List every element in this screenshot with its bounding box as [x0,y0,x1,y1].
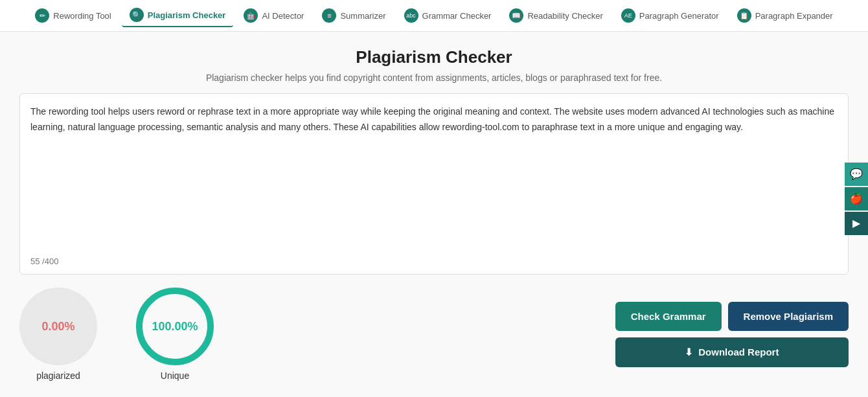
paragraph-generator-icon: AE [621,8,635,23]
plagiarized-stat: 0.00% plagiarized [19,288,97,381]
apple-icon: 🍎 [850,192,863,205]
readability-checker-icon: 📖 [509,8,523,23]
page-title: Plagiarism Checker [13,47,855,67]
play-side-icon[interactable]: ▶ [845,212,868,235]
buttons-area: Check Grammar Remove Plagiarism ⬇ Downlo… [615,302,849,367]
nav-label-summarizer: Summarizer [340,11,385,21]
chat-side-icon[interactable]: 💬 [845,163,868,186]
page-subtitle: Plagiarism checker helps you find copyri… [13,73,855,83]
plagiarism-checker-icon: 🔍 [130,8,144,22]
ai-detector-icon: 🤖 [244,8,258,23]
unique-stat: 100.00% Unique [136,288,214,381]
plagiarized-label: plagiarized [36,370,80,381]
word-count-value: 55 [30,256,40,266]
plagiarized-circle: 0.00% [19,288,97,365]
summarizer-icon: ≡ [322,8,336,23]
nav-item-paragraph-expander[interactable]: 📋 Paragraph Expander [729,5,841,27]
nav-item-readability-checker[interactable]: 📖 Readability Checker [501,5,610,27]
nav-item-grammar-checker[interactable]: abc Grammar Checker [396,5,499,27]
remove-plagiarism-button[interactable]: Remove Plagiarism [728,302,849,331]
nav-label-grammar-checker: Grammar Checker [422,11,492,21]
nav-label-readability-checker: Readability Checker [527,11,602,21]
bottom-section: 0.00% plagiarized 100.00% Unique Check G… [19,275,849,381]
word-count-display: 55 /400 [30,256,58,266]
download-report-label: Download Report [698,346,779,357]
nav-label-paragraph-generator: Paragraph Generator [639,11,719,21]
chat-icon: 💬 [850,168,863,180]
unique-circle: 100.00% [136,288,214,365]
unique-value: 100.00% [152,320,198,334]
nav-label-rewording-tool: Rewording Tool [53,11,111,21]
nav-item-ai-detector[interactable]: 🤖 AI Detector [236,5,312,27]
grammar-checker-icon: abc [404,8,418,23]
download-report-button[interactable]: ⬇ Download Report [615,337,849,367]
main-content: The rewording tool helps users reword or… [6,93,862,381]
nav-item-plagiarism-checker[interactable]: 🔍 Plagiarism Checker [122,4,234,27]
rewording-tool-icon: ✏ [35,8,49,23]
paragraph-expander-icon: 📋 [737,8,751,23]
download-icon: ⬇ [685,346,693,358]
top-navigation: ✏ Rewording Tool 🔍 Plagiarism Checker 🤖 … [0,0,868,32]
nav-label-ai-detector: AI Detector [262,11,304,21]
nav-item-paragraph-generator[interactable]: AE Paragraph Generator [613,5,727,27]
play-icon: ▶ [852,217,860,229]
plagiarized-value: 0.00% [41,320,74,334]
check-grammar-button[interactable]: Check Grammar [615,302,722,331]
page-header: Plagiarism Checker Plagiarism checker he… [0,32,868,93]
btn-row-top: Check Grammar Remove Plagiarism [615,302,849,331]
side-icons-panel: 💬 🍎 ▶ [845,163,868,235]
nav-item-rewording-tool[interactable]: ✏ Rewording Tool [27,5,119,27]
apple-side-icon[interactable]: 🍎 [845,187,868,210]
nav-item-summarizer[interactable]: ≡ Summarizer [314,5,393,27]
nav-label-plagiarism-checker: Plagiarism Checker [148,10,226,20]
input-text-content: The rewording tool helps users reword or… [30,104,838,135]
unique-label: Unique [161,370,189,381]
text-input-box[interactable]: The rewording tool helps users reword or… [19,93,849,275]
nav-label-paragraph-expander: Paragraph Expander [755,11,833,21]
stats-area: 0.00% plagiarized 100.00% Unique [19,288,214,381]
word-limit: /400 [42,256,58,266]
